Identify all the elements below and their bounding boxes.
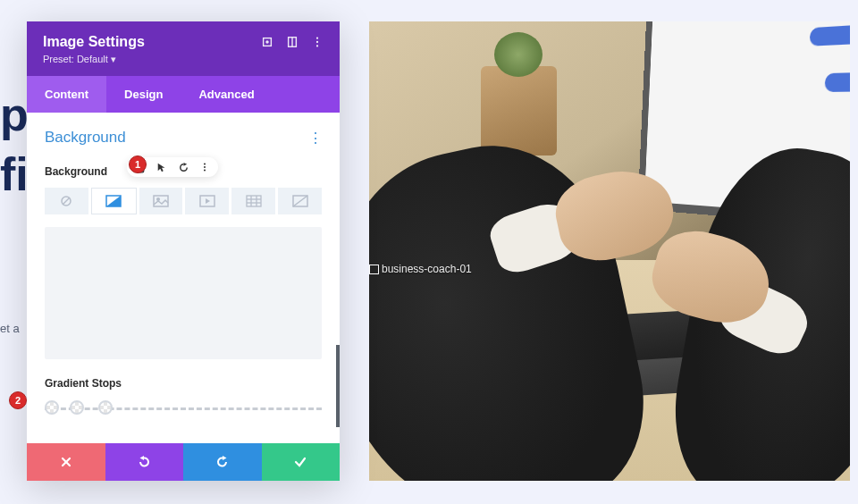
preview-image[interactable]: business-coach-01 xyxy=(369,21,850,481)
drag-icon[interactable] xyxy=(286,36,299,48)
gradient-stop-1[interactable] xyxy=(45,400,59,415)
tab-content[interactable]: Content xyxy=(27,76,106,113)
panel-title: Image Settings xyxy=(43,34,145,50)
gradient-stop-3[interactable] xyxy=(98,400,113,415)
scrollbar[interactable] xyxy=(336,345,340,427)
bg-type-mask[interactable] xyxy=(278,188,322,214)
section-more-icon[interactable]: ⋮ xyxy=(308,130,322,147)
svg-point-1 xyxy=(266,41,268,43)
bg-line-1: p xyxy=(0,89,29,140)
svg-point-10 xyxy=(204,166,206,168)
panel-footer xyxy=(27,443,340,481)
expand-icon[interactable] xyxy=(261,36,273,48)
gradient-track[interactable] xyxy=(45,402,322,415)
bg-type-none[interactable] xyxy=(45,188,88,214)
more-icon[interactable] xyxy=(311,36,324,48)
svg-line-13 xyxy=(63,197,70,205)
annotation-badge-2: 2 xyxy=(9,391,27,409)
svg-point-9 xyxy=(204,164,206,165)
svg-point-5 xyxy=(316,41,318,43)
svg-point-4 xyxy=(316,37,318,38)
background-sub-text: et a xyxy=(0,322,20,335)
annotation-badge-1: 1 xyxy=(129,155,147,173)
redo-button[interactable] xyxy=(183,443,262,481)
field-label-background: Background xyxy=(45,165,107,178)
svg-point-6 xyxy=(316,45,318,46)
tab-advanced[interactable]: Advanced xyxy=(181,76,272,113)
background-hero-text: p fi xyxy=(0,89,29,200)
reset-icon[interactable] xyxy=(177,161,189,173)
panel-body: Background ⋮ Background xyxy=(27,113,340,443)
image-settings-panel: Image Settings Preset: Default ▾ xyxy=(27,21,340,481)
bg-type-image[interactable] xyxy=(139,188,183,214)
cancel-button[interactable] xyxy=(27,443,105,481)
gradient-stop-2[interactable] xyxy=(70,400,84,415)
bg-line-2: fi xyxy=(0,149,29,200)
svg-point-16 xyxy=(157,198,160,201)
svg-point-11 xyxy=(204,169,206,171)
section-title-background[interactable]: Background xyxy=(45,129,126,147)
tab-bar: Content Design Advanced xyxy=(27,76,340,113)
bg-type-pattern[interactable] xyxy=(231,188,275,214)
preset-selector[interactable]: Preset: Default ▾ xyxy=(43,54,145,65)
confirm-button[interactable] xyxy=(262,443,341,481)
hover-icon[interactable] xyxy=(156,161,168,173)
svg-rect-18 xyxy=(247,196,261,206)
image-filename-label: business-coach-01 xyxy=(382,263,472,275)
bg-type-gradient[interactable] xyxy=(91,188,137,214)
gradient-preview[interactable] xyxy=(45,227,322,359)
background-type-tabs xyxy=(45,188,322,214)
toolbar-more-icon[interactable] xyxy=(198,161,211,173)
bg-type-video[interactable] xyxy=(185,188,229,214)
image-handle-icon[interactable] xyxy=(369,265,379,274)
tab-design[interactable]: Design xyxy=(106,76,181,113)
gradient-stops-label: Gradient Stops xyxy=(45,377,322,390)
panel-header: Image Settings Preset: Default ▾ xyxy=(27,21,340,76)
undo-button[interactable] xyxy=(105,443,184,481)
